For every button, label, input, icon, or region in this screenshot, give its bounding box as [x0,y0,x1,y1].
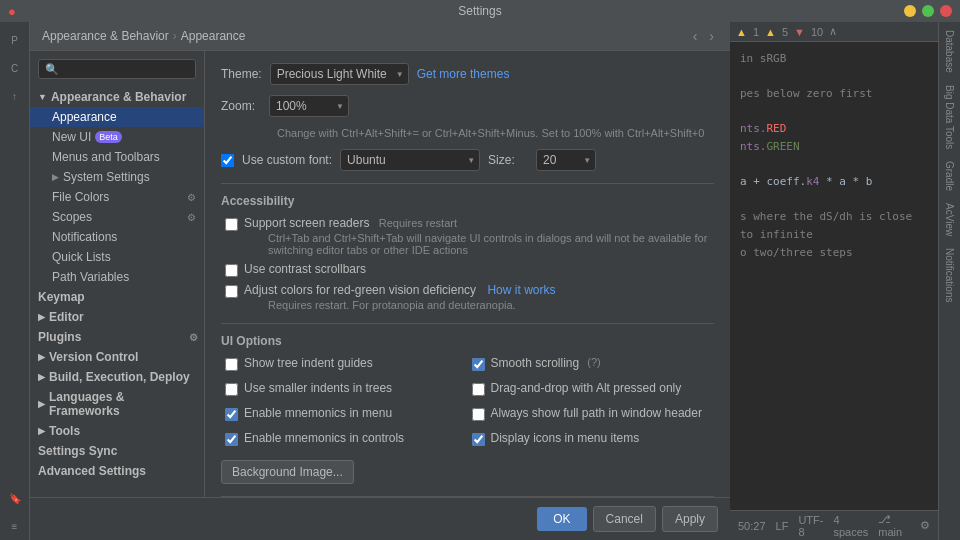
smaller-indents-row: Use smaller indents in trees [221,381,468,396]
nav-item-menus-toolbars[interactable]: Menus and Toolbars [30,147,204,167]
breadcrumb-separator: › [173,29,177,43]
tree-indent-row: Show tree indent guides [221,356,468,371]
zoom-row: Zoom: 100% [221,95,714,117]
right-tool-database[interactable]: Database [941,24,958,79]
full-path-checkbox[interactable] [472,408,485,421]
nav-item-quick-lists[interactable]: Quick Lists [30,247,204,267]
nav-item-system-settings[interactable]: ▶ System Settings [30,167,204,187]
right-tool-big-data[interactable]: Big Data Tools [941,79,958,155]
expand-icon[interactable]: ∧ [829,25,837,38]
nav-item-label: Menus and Toolbars [52,150,160,164]
tree-indent-checkbox[interactable] [225,358,238,371]
screen-readers-checkbox[interactable] [225,218,238,231]
dialog-title: Settings [458,4,501,18]
theme-select[interactable]: Precious Light White [270,63,409,85]
mnemonics-controls-label[interactable]: Enable mnemonics in controls [244,431,404,445]
size-select[interactable]: 20 [536,149,596,171]
nav-item-label: Editor [49,310,84,324]
breadcrumb-parent[interactable]: Appearance & Behavior [42,29,169,43]
zoom-select[interactable]: 100% [269,95,349,117]
use-custom-font-checkbox[interactable] [221,154,234,167]
chevron-right-icon: ▶ [38,426,45,436]
nav-item-label: Tools [49,424,80,438]
sidebar-item-pull-requests[interactable]: ↑ [3,84,27,108]
get-more-themes-link[interactable]: Get more themes [417,67,510,81]
chevron-down-icon: ▼ [38,92,47,102]
tree-indent-label[interactable]: Show tree indent guides [244,356,373,370]
nav-item-path-variables[interactable]: Path Variables [30,267,204,287]
drag-drop-label[interactable]: Drag-and-drop with Alt pressed only [491,381,682,395]
nav-group-appearance-header[interactable]: ▼ Appearance & Behavior [30,87,204,107]
cursor-position: 50:27 [738,520,766,532]
apply-button[interactable]: Apply [662,506,718,532]
search-container [30,55,204,83]
contrast-scrollbars-label[interactable]: Use contrast scrollbars [244,262,366,276]
accessibility-section-title: Accessibility [221,194,714,208]
sidebar-item-structure[interactable]: ≡ [3,514,27,538]
smooth-scrolling-info-icon[interactable]: (?) [587,356,600,368]
sidebar-item-bookmarks[interactable]: 🔖 [3,486,27,510]
mnemonics-menu-row: Enable mnemonics in menu [221,406,468,421]
nav-item-tools[interactable]: ▶ Tools [30,421,204,441]
right-tool-notifications[interactable]: Notifications [941,242,958,308]
nav-item-new-ui[interactable]: New UI Beta [30,127,204,147]
minimize-button[interactable]: – [904,5,916,17]
chevron-right-icon: ▶ [52,172,59,182]
title-bar: ● Settings – □ × [0,0,960,22]
screen-readers-label[interactable]: Support screen readers Requires restart [244,216,457,230]
chevron-right-icon: ▶ [38,312,45,322]
search-input[interactable] [38,59,196,79]
sidebar-item-project[interactable]: P [3,28,27,52]
header-navigation: ‹ › [689,28,718,44]
nav-item-advanced-settings[interactable]: Advanced Settings [30,461,204,481]
nav-item-label: Version Control [49,350,138,364]
sidebar-item-commit[interactable]: C [3,56,27,80]
nav-item-plugins[interactable]: Plugins ⚙ [30,327,204,347]
font-select[interactable]: Ubuntu [340,149,480,171]
code-line: in sRGB [740,50,928,68]
mnemonics-controls-checkbox[interactable] [225,433,238,446]
nav-item-version-control[interactable]: ▶ Version Control [30,347,204,367]
display-icons-row: Display icons in menu items [468,431,715,446]
background-image-button[interactable]: Background Image... [221,460,354,484]
settings-main-content: Theme: Precious Light White Get more the… [205,51,730,497]
mnemonics-menu-checkbox[interactable] [225,408,238,421]
display-icons-checkbox[interactable] [472,433,485,446]
display-icons-label[interactable]: Display icons in menu items [491,431,640,445]
maximize-button[interactable]: □ [922,5,934,17]
nav-item-notifications[interactable]: Notifications [30,227,204,247]
nav-item-scopes[interactable]: Scopes ⚙ [30,207,204,227]
nav-item-editor[interactable]: ▶ Editor [30,307,204,327]
nav-item-build[interactable]: ▶ Build, Execution, Deploy [30,367,204,387]
nav-item-keymap[interactable]: Keymap [30,287,204,307]
nav-item-label: Quick Lists [52,250,111,264]
adjust-colors-checkbox[interactable] [225,285,238,298]
contrast-scrollbars-checkbox[interactable] [225,264,238,277]
smaller-indents-label[interactable]: Use smaller indents in trees [244,381,392,395]
settings-icon[interactable]: ⚙ [920,519,930,532]
nav-item-file-colors[interactable]: File Colors ⚙ [30,187,204,207]
indent-info: 4 spaces [833,514,868,538]
custom-font-label[interactable]: Use custom font: [242,153,332,167]
adjust-colors-label[interactable]: Adjust colors for red-green vision defic… [244,283,555,297]
smooth-scrolling-checkbox[interactable] [472,358,485,371]
back-button[interactable]: ‹ [689,28,702,44]
smooth-scrolling-label[interactable]: Smooth scrolling [491,356,580,370]
forward-button[interactable]: › [705,28,718,44]
right-tool-acview[interactable]: AcView [941,197,958,242]
nav-item-settings-sync[interactable]: Settings Sync [30,441,204,461]
close-button[interactable]: × [940,5,952,17]
mnemonics-menu-label[interactable]: Enable mnemonics in menu [244,406,392,420]
how-it-works-link[interactable]: How it works [487,283,555,297]
contrast-scrollbars-row: Use contrast scrollbars [221,262,714,277]
full-path-label[interactable]: Always show full path in window header [491,406,702,420]
nav-item-appearance[interactable]: Appearance [30,107,204,127]
smaller-indents-checkbox[interactable] [225,383,238,396]
ok-button[interactable]: OK [537,507,586,531]
cancel-button[interactable]: Cancel [593,506,656,532]
code-line: o two/three steps [740,244,928,262]
right-tool-gradle[interactable]: Gradle [941,155,958,197]
drag-drop-checkbox[interactable] [472,383,485,396]
nav-item-languages[interactable]: ▶ Languages & Frameworks [30,387,204,421]
size-select-wrapper: 20 [536,149,596,171]
